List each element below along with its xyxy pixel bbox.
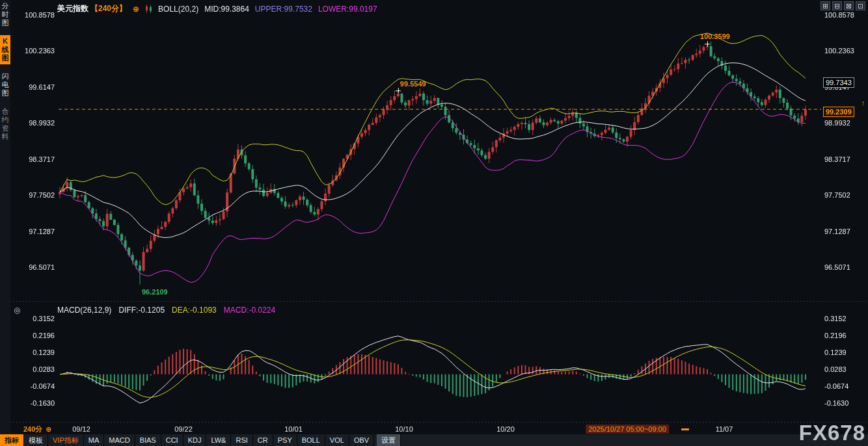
macd-axis-label: 0.3152	[824, 315, 847, 322]
sidebar-item-flash-chart[interactable]: 闪电图	[0, 70, 10, 99]
annotation-high: 100.3599	[700, 33, 730, 40]
tab-模板[interactable]: 模板	[24, 434, 48, 446]
sidebar-item-kline-chart[interactable]: K线图	[0, 35, 10, 64]
tab-MA[interactable]: MA	[84, 434, 105, 446]
add-indicator-icon[interactable]: ⊕	[133, 5, 139, 14]
left-sidebar: 分时图 K线图 闪电图 合约资料	[0, 0, 10, 446]
macd-axis-label: 0.1239	[20, 348, 55, 356]
annotation-low: 96.2109	[142, 288, 168, 296]
price-axis-label: 97.7502	[20, 191, 55, 199]
price-axis-label: 96.5071	[20, 263, 55, 271]
current-bar-marker	[681, 428, 689, 430]
footer-period-label: 240分	[23, 425, 42, 434]
tab-指标[interactable]: 指标	[0, 434, 24, 446]
price-axis-label: 100.2363	[20, 47, 55, 55]
price-axis-label: 98.3717	[20, 155, 55, 163]
footer-period-plus-icon[interactable]: ⊕	[46, 425, 51, 434]
macd-axis-label: -0.1630	[20, 399, 55, 407]
price-axis-label: 97.7502	[824, 191, 850, 199]
price-tag-current: 99.2309	[823, 107, 854, 117]
x-axis-label: 2025/10/27 05:00~09:00	[586, 425, 669, 434]
tab-BOLL[interactable]: BOLL	[297, 434, 325, 446]
macd-axis-label: 0.2196	[824, 332, 847, 339]
annotation-swing-high: 99.5549	[400, 80, 426, 88]
layout-split-icon[interactable]: ⊟	[832, 1, 842, 10]
macd-pane-icon[interactable]: ◎	[14, 306, 20, 315]
chart-header: 美元指数 【240分】 ⊕ BOLL(20,2) MID:99.3864 UPP…	[57, 3, 377, 14]
x-axis-label: 11/07	[713, 425, 736, 434]
kline-chart-canvas[interactable]	[0, 0, 868, 446]
macd-bar-value: MACD:-0.0224	[224, 306, 275, 315]
tab-VIP指标[interactable]: VIP指标	[48, 434, 84, 446]
price-tag-upper: 99.7343	[823, 77, 854, 88]
price-up-arrow-icon: ↑	[861, 99, 865, 107]
macd-axis-label: 0.2196	[20, 332, 55, 339]
price-axis-label: 100.8578	[824, 11, 854, 19]
x-axis-label: 09/22	[172, 425, 195, 434]
layout-grid-icon[interactable]: ⊞	[821, 1, 830, 10]
price-axis-label: 98.9932	[20, 119, 55, 127]
price-axis-label: 98.3717	[824, 155, 850, 163]
macd-axis-label: -0.0674	[824, 382, 848, 390]
tab-VOL[interactable]: VOL	[325, 434, 349, 446]
x-axis-label: 10/01	[282, 425, 305, 434]
tab-RSI[interactable]: RSI	[231, 434, 252, 446]
kline-icon	[145, 5, 152, 13]
tab-BIAS[interactable]: BIAS	[135, 434, 161, 446]
price-axis-label: 98.9932	[824, 119, 850, 127]
tab-OBV[interactable]: OBV	[349, 434, 374, 446]
tab-PSY[interactable]: PSY	[273, 434, 297, 446]
tab-LW&[interactable]: LW&	[206, 434, 231, 446]
tab-MACD[interactable]: MACD	[104, 434, 135, 446]
macd-title: MACD(26,12,9)	[57, 306, 111, 315]
tab-CR[interactable]: CR	[253, 434, 273, 446]
x-axis-label: 10/10	[392, 425, 416, 434]
price-axis-label: 100.2363	[824, 47, 854, 55]
indicator-tab-bar: 指标模板VIP指标MAMACDBIASCCIKDJLW&RSICRPSYBOLL…	[0, 434, 868, 446]
x-axis-label: 10/20	[494, 425, 517, 434]
boll-lower-value: LOWER:99.0197	[318, 5, 377, 14]
window-layout-controls: ⊞ ⊟ ⊠ ⊡	[821, 1, 865, 10]
macd-axis-label: -0.1630	[824, 399, 848, 407]
macd-header: MACD(26,12,9) DIFF:-0.1205 DEA:-0.1093 M…	[57, 306, 275, 315]
macd-axis-label: 0.0283	[20, 365, 55, 373]
period-label: 【240分】	[90, 3, 127, 14]
tab-设置[interactable]: 设置	[377, 434, 401, 446]
macd-axis-label: 0.3152	[20, 315, 55, 322]
watermark: FX678	[799, 421, 865, 445]
macd-axis-label: -0.0674	[20, 382, 55, 390]
sidebar-item-time-chart[interactable]: 分时图	[0, 0, 10, 29]
symbol-name: 美元指数	[57, 3, 88, 14]
footer-period[interactable]: 240分 ⊕	[23, 425, 52, 434]
x-axis-label: 09/12	[70, 425, 93, 434]
layout-single-icon[interactable]: ⊡	[856, 1, 865, 10]
price-axis-label: 97.1287	[824, 228, 850, 235]
boll-indicator-label: BOLL(20,2)	[158, 5, 198, 14]
macd-dea-value: DEA:-0.1093	[172, 306, 217, 315]
boll-upper-value: UPPER:99.7532	[255, 5, 312, 14]
price-axis-label: 97.1287	[20, 228, 55, 235]
tab-KDJ[interactable]: KDJ	[183, 434, 207, 446]
macd-axis-label: 0.0283	[824, 365, 847, 373]
macd-axis-label: 0.1239	[824, 348, 847, 356]
price-axis-label: 99.6147	[20, 83, 55, 91]
boll-mid-value: MID:99.3864	[204, 5, 249, 14]
layout-quad-icon[interactable]: ⊠	[844, 1, 854, 10]
price-axis-label: 100.8578	[20, 11, 55, 19]
tab-CCI[interactable]: CCI	[161, 434, 183, 446]
macd-diff-value: DIFF:-0.1205	[118, 306, 165, 315]
sidebar-item-contract-info[interactable]: 合约资料	[0, 105, 10, 143]
price-axis-label: 96.5071	[824, 263, 850, 271]
